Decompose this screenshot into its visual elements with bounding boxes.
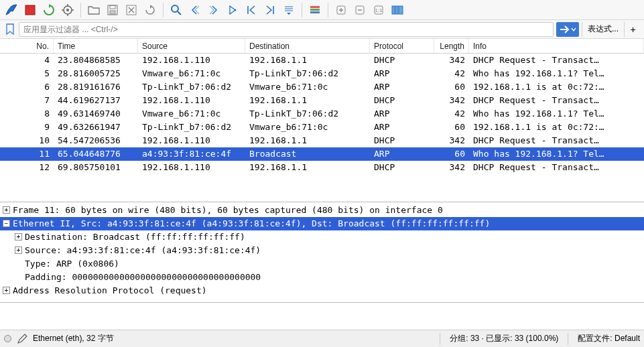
auto-scroll-button[interactable]: [280, 2, 298, 18]
svg-rect-21: [310, 6, 320, 8]
display-filter-input[interactable]: [19, 22, 554, 37]
packet-row[interactable]: 1054.547206536192.168.1.110192.168.1.1DH…: [0, 134, 644, 147]
filter-bookmark-icon[interactable]: [3, 22, 17, 37]
col-header-source[interactable]: Source: [138, 39, 245, 53]
svg-rect-23: [310, 11, 320, 13]
goto-packet-button[interactable]: [224, 2, 241, 18]
edit-icon[interactable]: [17, 334, 27, 344]
reload-button[interactable]: [141, 2, 159, 18]
packet-row[interactable]: 1269.805750101192.168.1.110192.168.1.1DH…: [0, 161, 644, 174]
svg-rect-31: [392, 6, 395, 14]
expand-icon[interactable]: +: [3, 287, 10, 294]
detail-line[interactable]: Padding: 0000000000000000000000000000000…: [0, 271, 644, 284]
stop-capture-button[interactable]: [21, 2, 39, 18]
packet-row[interactable]: 949.632661947Tp-LinkT_b7:06:d2Vmware_b6:…: [0, 121, 644, 134]
zoom-in-button[interactable]: [332, 2, 350, 18]
expand-icon[interactable]: +: [3, 206, 10, 214]
packet-list-body[interactable]: 423.804868585192.168.1.110192.168.1.1DHC…: [0, 54, 644, 174]
goto-last-button[interactable]: [261, 2, 279, 18]
col-header-time[interactable]: Time: [54, 39, 138, 53]
toolbar-separator: [302, 3, 302, 17]
svg-rect-32: [395, 6, 398, 14]
detail-line[interactable]: +Source: a4:93:3f:81:ce:4f (a4:93:3f:81:…: [0, 244, 644, 257]
colorize-button[interactable]: [306, 2, 324, 18]
svg-text:1:1: 1:1: [375, 7, 383, 13]
packet-bytes-pane[interactable]: [0, 303, 644, 330]
detail-line[interactable]: +Address Resolution Protocol (request): [0, 284, 644, 297]
expand-icon[interactable]: +: [15, 233, 22, 240]
status-packet-count: 分组: 33 · 已显示: 33 (100.0%): [450, 333, 558, 344]
packet-row[interactable]: 1165.044648776a4:93:3f:81:ce:4fBroadcast…: [0, 147, 644, 161]
go-forward-button[interactable]: [205, 2, 222, 18]
packet-row[interactable]: 423.804868585192.168.1.110192.168.1.1DHC…: [0, 54, 644, 67]
resize-columns-button[interactable]: [389, 2, 406, 18]
collapse-icon[interactable]: −: [3, 220, 10, 227]
add-filter-button[interactable]: +: [624, 22, 641, 37]
packet-list-header[interactable]: No. Time Source Destination Protocol Len…: [0, 39, 644, 54]
detail-line[interactable]: Type: ARP (0x0806): [0, 257, 644, 271]
svg-rect-9: [110, 11, 115, 14]
col-header-length[interactable]: Length: [434, 39, 469, 53]
packet-row[interactable]: 744.619627137192.168.1.110192.168.1.1DHC…: [0, 94, 644, 107]
svg-rect-33: [399, 6, 403, 14]
goto-first-button[interactable]: [243, 2, 260, 18]
packet-details-pane[interactable]: +Frame 11: 60 bytes on wire (480 bits), …: [0, 202, 644, 303]
detail-line[interactable]: +Frame 11: 60 bytes on wire (480 bits), …: [0, 204, 644, 217]
status-profile[interactable]: 配置文件: Default: [578, 333, 640, 344]
status-field-info: Ethernet (eth), 32 字节: [33, 333, 114, 344]
svg-point-13: [172, 5, 178, 12]
packet-row[interactable]: 528.816005725Vmware_b6:71:0cTp-LinkT_b7:…: [0, 67, 644, 80]
expand-icon[interactable]: +: [15, 247, 22, 254]
restart-capture-button[interactable]: [40, 2, 58, 18]
svg-rect-0: [25, 5, 35, 15]
go-back-button[interactable]: [186, 2, 204, 18]
svg-rect-22: [310, 9, 320, 11]
packet-row[interactable]: 849.631469740Vmware_b6:71:0cTp-LinkT_b7:…: [0, 107, 644, 121]
svg-point-15: [235, 9, 237, 11]
svg-point-2: [66, 9, 69, 11]
packet-list-pane: No. Time Source Destination Protocol Len…: [0, 39, 644, 202]
display-filter-bar: 表达式... +: [0, 20, 644, 39]
status-bar: Ethernet (eth), 32 字节 分组: 33 · 已显示: 33 (…: [0, 330, 644, 347]
toolbar-separator: [328, 3, 328, 17]
zoom-reset-button[interactable]: 1:1: [370, 2, 387, 18]
apply-filter-button[interactable]: [556, 22, 579, 37]
close-file-button[interactable]: [123, 2, 140, 18]
expression-button[interactable]: 表达式...: [582, 22, 624, 37]
col-header-protocol[interactable]: Protocol: [370, 39, 434, 53]
open-file-button[interactable]: [85, 2, 103, 18]
packet-row[interactable]: 628.819161676Tp-LinkT_b7:06:d2Vmware_b6:…: [0, 80, 644, 94]
svg-line-14: [178, 11, 181, 15]
toolbar-separator: [80, 3, 81, 17]
col-header-info[interactable]: Info: [469, 39, 644, 53]
toolbar-separator: [163, 3, 164, 17]
main-toolbar: 1:1: [0, 0, 644, 20]
col-header-destination[interactable]: Destination: [245, 39, 370, 53]
svg-rect-8: [110, 5, 115, 9]
zoom-out-button[interactable]: [351, 2, 369, 18]
save-file-button[interactable]: [104, 2, 121, 18]
detail-line[interactable]: −Ethernet II, Src: a4:93:3f:81:ce:4f (a4…: [0, 217, 644, 230]
find-packet-button[interactable]: [168, 2, 185, 18]
shark-fin-icon[interactable]: [3, 2, 20, 18]
capture-options-button[interactable]: [59, 2, 76, 18]
col-header-no[interactable]: No.: [0, 39, 54, 53]
expert-info-indicator[interactable]: [4, 335, 11, 342]
detail-line[interactable]: +Destination: Broadcast (ff:ff:ff:ff:ff:…: [0, 230, 644, 244]
